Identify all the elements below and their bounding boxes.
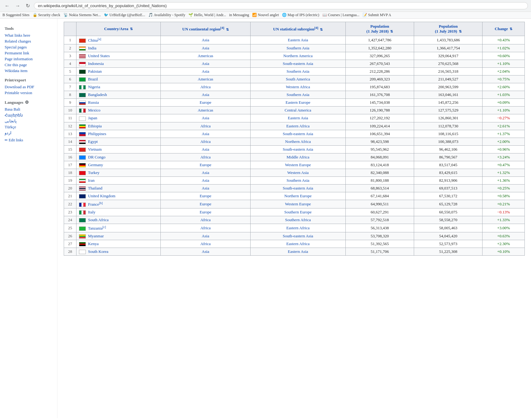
subregion-link[interactable]: Eastern Europe — [285, 100, 310, 105]
region-link[interactable]: Europe — [200, 100, 211, 105]
bookmark-urbiz[interactable]: 🐦 UrBizEdge (@urBizE... — [104, 13, 145, 17]
sidebar-link-cite-page[interactable]: Cite this page — [5, 62, 53, 67]
country-link[interactable]: Nigeria — [88, 84, 100, 89]
bookmark-courses[interactable]: 📖 Courses | Learngua... — [322, 13, 359, 17]
refresh-button[interactable]: ↻ — [24, 2, 31, 9]
sidebar-link-page-information[interactable]: Page information — [5, 57, 53, 62]
country-link[interactable]: Germany — [88, 162, 103, 167]
sidebar-link-wikidata[interactable]: Wikidata item — [5, 68, 53, 73]
region-link[interactable]: Africa — [200, 155, 210, 159]
sidebar-lang-punjabi[interactable]: پانجابی — [5, 119, 53, 124]
subregion-link[interactable]: Eastern Asia — [288, 249, 308, 254]
subregion-link[interactable]: Western Africa — [286, 84, 310, 89]
country-link[interactable]: Philippines — [88, 131, 106, 136]
subregion-link[interactable]: South-eastern Asia — [283, 186, 313, 190]
subregion-link[interactable]: South-eastern Asia — [283, 131, 313, 136]
region-link[interactable]: Asia — [202, 46, 209, 50]
country-sort-icon[interactable]: ⇅ — [130, 27, 133, 31]
subregion-link[interactable]: Eastern Africa — [286, 124, 310, 128]
region-link[interactable]: Americas — [198, 53, 213, 58]
edit-links-label[interactable]: Edit links — [9, 138, 23, 143]
subregion-link[interactable]: Eastern Africa — [286, 226, 310, 230]
pop2019-header[interactable]: Population(1 July 2019) ⇅ — [414, 22, 483, 36]
country-link[interactable]: Italy — [88, 210, 95, 214]
subregion-link[interactable]: South America — [286, 77, 310, 81]
pop2018-header[interactable]: Population(1 July 2018) ⇅ — [345, 22, 414, 36]
country-link[interactable]: Thailand — [88, 186, 102, 190]
sidebar-lang-turkish[interactable]: Türkçe — [5, 125, 53, 130]
subregion-link[interactable]: Eastern Asia — [288, 38, 308, 42]
country-link[interactable]: Myanmar — [88, 234, 104, 238]
bookmark-submit[interactable]: 📝 Submit MVP A — [362, 13, 391, 17]
country-link[interactable]: Bangladesh — [88, 92, 107, 97]
region-link[interactable]: Europe — [200, 202, 211, 206]
country-link[interactable]: China[a] — [88, 38, 101, 43]
region-link[interactable]: Europe — [200, 162, 211, 167]
country-link[interactable]: Japan — [88, 116, 97, 120]
region-link[interactable]: Africa — [200, 226, 210, 230]
region-link[interactable]: Africa — [200, 84, 210, 89]
country-link[interactable]: South Africa — [88, 217, 109, 222]
region-link[interactable]: Americas — [198, 108, 213, 112]
subregion-link[interactable]: Southern Asia — [287, 92, 309, 97]
bookmark-spotify[interactable]: 🎵 Availability - Spotify — [148, 13, 185, 17]
subregion-link[interactable]: South-eastern Asia — [283, 234, 313, 238]
region-link[interactable]: Asia — [202, 116, 209, 120]
subregion-link[interactable]: Southern Asia — [287, 178, 309, 183]
subregion-link[interactable]: Northern America — [283, 53, 312, 58]
country-link[interactable]: Indonesia — [88, 61, 104, 66]
country-link[interactable]: Mexico — [88, 108, 100, 112]
country-link[interactable]: India — [88, 46, 96, 50]
subregion-link[interactable]: Southern Asia — [287, 46, 309, 50]
subregion-link[interactable]: South-eastern Asia — [283, 61, 313, 66]
subregion-link[interactable]: Northern Africa — [285, 139, 311, 144]
country-link[interactable]: Ethiopia — [88, 124, 102, 128]
region-link[interactable]: Asia — [202, 61, 209, 66]
sidebar-link-special-pages[interactable]: Special pages — [5, 45, 53, 50]
country-header[interactable]: Country/Area ⇅ — [76, 22, 161, 36]
region-link[interactable]: Asia — [202, 186, 209, 190]
country-link[interactable]: Vietnam — [88, 147, 102, 152]
region-link[interactable]: Asia — [202, 131, 209, 136]
region-link[interactable]: Americas — [198, 77, 213, 81]
subregion-link[interactable]: Southern Europe — [284, 210, 312, 214]
region-link[interactable]: Asia — [202, 38, 209, 42]
sidebar-lang-armenian[interactable]: Հայերեն — [5, 113, 53, 118]
region-header[interactable]: UN continental region[4] ⇅ — [161, 22, 251, 36]
country-link[interactable]: United Kingdom — [88, 194, 115, 198]
sidebar-link-what-links-here[interactable]: What links here — [5, 33, 53, 38]
region-link[interactable]: Asia — [202, 234, 209, 238]
change-sort-icon[interactable]: ⇅ — [510, 27, 512, 31]
sidebar-lang-basa-bali[interactable]: Basa Bali — [5, 107, 53, 112]
gear-icon[interactable]: ⚙ — [25, 100, 29, 105]
bookmark-map[interactable]: 🌐 Map of IPS (electric) — [282, 13, 319, 17]
pop2019-sort-icon[interactable]: ⇅ — [459, 30, 462, 33]
bookmark-nokia[interactable]: 📡 Nokia Siemens Net... — [63, 13, 101, 17]
bookmark-hello[interactable]: 🌱 Hello, World | Andr... — [188, 13, 226, 17]
region-link[interactable]: Asia — [202, 92, 209, 97]
bookmark-security[interactable]: 🔒 Security check — [33, 13, 60, 17]
bookmark-suggested[interactable]: B Suggested Sites — [2, 13, 30, 17]
country-link[interactable]: Pakistan — [88, 69, 102, 74]
change-header[interactable]: Change ⇅ — [483, 22, 525, 36]
bookmark-messaging[interactable]: in Messaging — [229, 13, 249, 17]
region-link[interactable]: Africa — [200, 241, 210, 246]
subregion-link[interactable]: Western Europe — [285, 202, 311, 206]
country-link[interactable]: DR Congo — [88, 155, 105, 159]
sidebar-link-permanent-link[interactable]: Permanent link — [5, 51, 53, 56]
bookmark-nouvel[interactable]: 📶 Nouvel anglet — [252, 13, 279, 17]
region-link[interactable]: Asia — [202, 249, 209, 254]
country-link[interactable]: Brazil — [88, 77, 98, 81]
subregion-link[interactable]: Southern Asia — [287, 69, 309, 74]
country-link[interactable]: Tanzania[c] — [88, 226, 106, 231]
subregion-link[interactable]: Northern Europe — [284, 194, 312, 198]
sidebar-link-printable[interactable]: Printable version — [5, 90, 53, 95]
sidebar-lang-urdu[interactable]: اردو — [5, 130, 53, 135]
country-link[interactable]: France[b] — [88, 202, 103, 207]
subregion-link[interactable]: Western Asia — [287, 170, 309, 175]
region-link[interactable]: Africa — [200, 139, 210, 144]
region-link[interactable]: Asia — [202, 69, 209, 74]
sidebar-link-related-changes[interactable]: Related changes — [5, 39, 53, 44]
subregion-link[interactable]: Middle Africa — [287, 155, 309, 159]
region-link[interactable]: Africa — [200, 124, 210, 128]
